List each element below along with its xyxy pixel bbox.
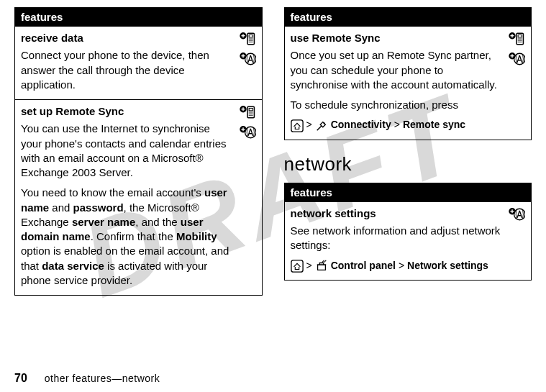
body-text: . Confirm that the bbox=[91, 230, 176, 242]
feature-block: set up Remote SyncYou can use the Intern… bbox=[14, 100, 263, 296]
feature-body: Once you set up an Remote Sync partner, … bbox=[291, 48, 503, 132]
svg-rect-16 bbox=[249, 108, 252, 110]
right-column: features use Remote SyncOnce you set up … bbox=[284, 7, 532, 296]
nav-path: >Control panel>Network settings bbox=[291, 258, 503, 272]
phone-plus-icon bbox=[508, 31, 525, 47]
left-column: features receive dataConnect your phone … bbox=[14, 7, 263, 296]
page-columns: features receive dataConnect your phone … bbox=[0, 0, 546, 296]
body-paragraph: You can use the Internet to synchronise … bbox=[21, 122, 233, 180]
body-text: To schedule synchronization, press bbox=[291, 99, 458, 111]
body-text: Connect your phone to the device, then a… bbox=[21, 49, 209, 91]
connectivity-icon bbox=[315, 119, 328, 132]
body-paragraph: You need to know the email account's use… bbox=[21, 186, 233, 288]
bold-text: server name bbox=[72, 216, 135, 228]
feature-body: See network information and adjust netwo… bbox=[291, 224, 503, 273]
bold-text: data service bbox=[42, 260, 104, 272]
feature-title: receive data bbox=[21, 31, 233, 45]
path-segment: Control panel bbox=[331, 259, 396, 273]
page-footer: 70 other features—network bbox=[14, 372, 160, 385]
feature-block: use Remote SyncOnce you set up an Remote… bbox=[284, 27, 532, 140]
feature-title: use Remote Sync bbox=[291, 31, 503, 45]
feature-title: network settings bbox=[291, 206, 503, 221]
antenna-plus-icon bbox=[239, 124, 256, 140]
antenna-plus-icon bbox=[239, 51, 256, 67]
body-text: You can use the Internet to synchronise … bbox=[21, 122, 227, 178]
path-separator: > bbox=[306, 118, 312, 132]
features-header-right2: features bbox=[284, 183, 532, 202]
path-separator: > bbox=[306, 259, 312, 273]
feature-block: network settingsSee network information … bbox=[284, 202, 532, 281]
phone-plus-icon bbox=[239, 31, 256, 47]
home-icon bbox=[291, 260, 304, 273]
feature-icons bbox=[508, 206, 525, 222]
svg-rect-42 bbox=[291, 260, 302, 271]
body-paragraph: Once you set up an Remote Sync partner, … bbox=[291, 48, 503, 92]
feature-title: set up Remote Sync bbox=[21, 104, 233, 119]
page-number: 70 bbox=[14, 372, 27, 385]
features-header-right: features bbox=[284, 7, 532, 27]
body-paragraph: Connect your phone to the device, then a… bbox=[21, 48, 233, 92]
toolbox-icon bbox=[315, 260, 328, 273]
body-paragraph: To schedule synchronization, press bbox=[291, 98, 503, 112]
svg-point-37 bbox=[323, 122, 324, 124]
path-segment: Network settings bbox=[407, 259, 488, 273]
feature-icons bbox=[239, 31, 256, 67]
feature-body: Connect your phone to the device, then a… bbox=[21, 48, 233, 92]
bold-text: Mobility bbox=[176, 230, 217, 242]
path-separator: > bbox=[394, 118, 400, 132]
feature-icons bbox=[508, 31, 525, 67]
svg-rect-4 bbox=[249, 35, 252, 37]
body-text: and bbox=[49, 201, 73, 214]
body-text: , and the bbox=[135, 216, 181, 228]
bold-text: password bbox=[73, 201, 124, 214]
nav-path: >Connectivity>Remote sync bbox=[291, 118, 503, 132]
body-paragraph: See network information and adjust netwo… bbox=[291, 224, 503, 253]
path-segment: Remote sync bbox=[403, 118, 465, 132]
antenna-plus-icon bbox=[508, 206, 525, 222]
feature-body: You can use the Internet to synchronise … bbox=[21, 122, 233, 288]
phone-plus-icon bbox=[239, 104, 256, 120]
body-text: You need to know the email account's bbox=[21, 186, 204, 199]
svg-rect-28 bbox=[518, 35, 522, 37]
home-icon bbox=[291, 119, 304, 132]
antenna-plus-icon bbox=[508, 51, 525, 67]
footer-text: other features—network bbox=[45, 373, 160, 384]
path-separator: > bbox=[399, 259, 404, 273]
feature-icons bbox=[239, 104, 256, 140]
body-text: Once you set up an Remote Sync partner, … bbox=[291, 49, 497, 91]
section-heading-network: network bbox=[284, 153, 532, 176]
body-text: See network information and adjust netwo… bbox=[291, 224, 501, 251]
feature-block: receive dataConnect your phone to the de… bbox=[14, 27, 263, 100]
path-segment: Connectivity bbox=[331, 118, 391, 132]
svg-rect-36 bbox=[291, 119, 302, 131]
features-header-left: features bbox=[14, 7, 263, 27]
